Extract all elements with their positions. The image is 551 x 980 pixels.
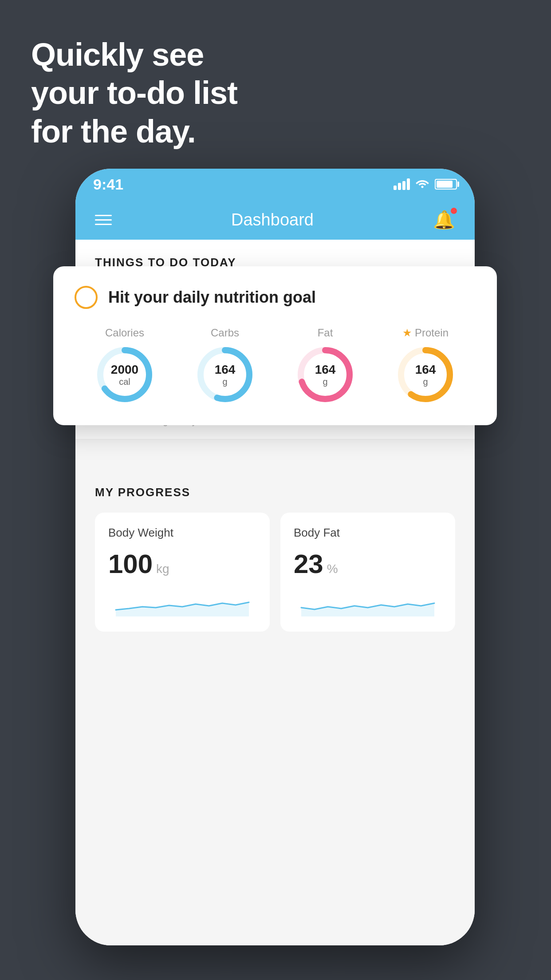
carbs-label: Carbs bbox=[211, 327, 239, 339]
progress-grid: Body Weight 100 kg Body Fat bbox=[95, 513, 455, 632]
calories-center: 2000 cal bbox=[111, 363, 138, 387]
fat-value: 164 bbox=[315, 363, 336, 377]
body-weight-card[interactable]: Body Weight 100 kg bbox=[95, 513, 270, 632]
hero-text: Quickly see your to-do list for the day. bbox=[31, 36, 237, 150]
nutrition-grid: Calories 2000 cal Carbs bbox=[75, 327, 476, 406]
svg-marker-6 bbox=[116, 602, 249, 616]
body-fat-chart bbox=[294, 590, 442, 616]
body-fat-value: 23 bbox=[294, 549, 323, 579]
calories-label: Calories bbox=[105, 327, 144, 339]
spacer bbox=[75, 439, 475, 466]
body-weight-chart bbox=[108, 590, 256, 616]
body-weight-value: 100 bbox=[108, 549, 153, 579]
body-fat-unit: % bbox=[327, 562, 338, 576]
carbs-unit: g bbox=[222, 376, 227, 386]
svg-marker-7 bbox=[301, 603, 434, 616]
nutrition-item-protein: ★ Protein 164 g bbox=[394, 327, 457, 406]
nutrition-goal-circle bbox=[75, 286, 98, 309]
nutrition-goal-title: Hit your daily nutrition goal bbox=[108, 288, 316, 307]
calories-donut: 2000 cal bbox=[94, 344, 156, 406]
svg-point-0 bbox=[421, 186, 424, 188]
status-icons bbox=[394, 177, 457, 191]
hero-line1: Quickly see bbox=[31, 36, 237, 74]
battery-icon bbox=[435, 179, 457, 190]
fat-unit: g bbox=[323, 376, 327, 386]
progress-section-title: MY PROGRESS bbox=[95, 486, 455, 499]
protein-label: Protein bbox=[415, 327, 449, 339]
body-fat-title: Body Fat bbox=[294, 526, 442, 540]
protein-donut: 164 g bbox=[394, 344, 457, 406]
hero-line2: your to-do list bbox=[31, 74, 237, 112]
body-fat-value-row: 23 % bbox=[294, 549, 442, 579]
star-icon: ★ bbox=[402, 327, 412, 339]
hamburger-icon[interactable] bbox=[95, 215, 112, 225]
carbs-value: 164 bbox=[215, 363, 236, 377]
status-time: 9:41 bbox=[93, 176, 123, 193]
body-fat-card[interactable]: Body Fat 23 % bbox=[280, 513, 455, 632]
floating-card: Hit your daily nutrition goal Calories 2… bbox=[53, 266, 497, 425]
calories-unit: cal bbox=[119, 376, 130, 386]
wifi-icon bbox=[415, 177, 429, 191]
card-header: Hit your daily nutrition goal bbox=[75, 286, 476, 309]
protein-center: 164 g bbox=[415, 363, 436, 387]
fat-donut: 164 g bbox=[294, 344, 356, 406]
nutrition-item-fat: Fat 164 g bbox=[294, 327, 356, 406]
status-bar: 9:41 bbox=[75, 169, 475, 200]
body-weight-unit: kg bbox=[156, 562, 169, 576]
nutrition-item-carbs: Carbs 164 g bbox=[194, 327, 256, 406]
fat-label: Fat bbox=[318, 327, 333, 339]
protein-label-row: ★ Protein bbox=[402, 327, 449, 339]
body-weight-value-row: 100 kg bbox=[108, 549, 256, 579]
calories-value: 2000 bbox=[111, 363, 138, 377]
body-weight-title: Body Weight bbox=[108, 526, 256, 540]
bell-icon[interactable]: 🔔 bbox=[433, 209, 455, 230]
hero-line3: for the day. bbox=[31, 112, 237, 150]
fat-center: 164 g bbox=[315, 363, 336, 387]
carbs-center: 164 g bbox=[215, 363, 236, 387]
nutrition-item-calories: Calories 2000 cal bbox=[94, 327, 156, 406]
carbs-donut: 164 g bbox=[194, 344, 256, 406]
protein-value: 164 bbox=[415, 363, 436, 377]
protein-unit: g bbox=[423, 376, 428, 386]
nav-title: Dashboard bbox=[231, 210, 314, 229]
progress-section: MY PROGRESS Body Weight 100 kg bbox=[75, 466, 475, 632]
signal-icon bbox=[394, 178, 410, 190]
nav-bar: Dashboard 🔔 bbox=[75, 200, 475, 240]
